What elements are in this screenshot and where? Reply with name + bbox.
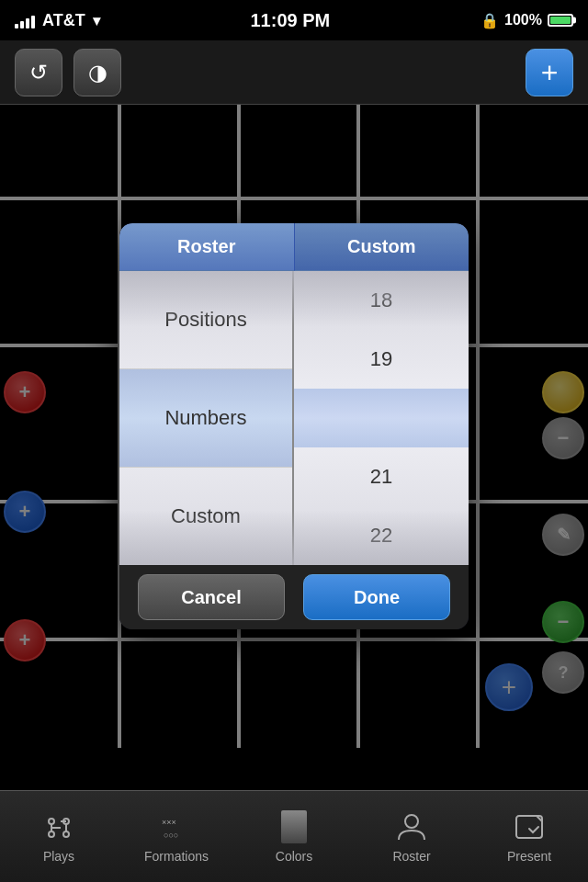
add-icon: + <box>541 58 559 87</box>
picker-option-numbers-label: Numbers <box>164 406 246 430</box>
colors-rect-icon <box>281 810 307 843</box>
tab-item-colors[interactable]: Colors <box>235 791 353 882</box>
tab-roster-label: Roster <box>392 849 430 864</box>
done-button[interactable]: Done <box>303 574 450 620</box>
picker-number-18-label: 18 <box>370 288 392 312</box>
picker-number-21-label: 21 <box>370 465 392 489</box>
tab-item-plays[interactable]: Plays <box>0 791 118 882</box>
add-button[interactable]: + <box>526 49 573 96</box>
field-area: + + + − ✎ − ? + Roster Custom <box>0 105 588 748</box>
time-display: 11:09 PM <box>251 10 331 31</box>
picker-number-20[interactable]: 20 <box>294 389 469 447</box>
roster-icon <box>393 810 430 843</box>
svg-text:×××: ××× <box>162 818 176 827</box>
cancel-button-label: Cancel <box>181 587 242 608</box>
roster-tab[interactable]: Roster <box>119 223 295 271</box>
tab-item-formations[interactable]: ××× ○○○ Formations <box>118 791 235 882</box>
picker-left-column: Positions Numbers Custom <box>119 271 294 565</box>
picker-number-19[interactable]: 19 <box>294 330 469 389</box>
battery-percent: 100% <box>504 12 542 28</box>
toolbar: ↺ ◑ + <box>0 40 588 105</box>
picker-number-19-label: 19 <box>370 347 392 371</box>
refresh-icon: ↺ <box>29 60 48 85</box>
picker-number-18[interactable]: 18 <box>294 271 469 330</box>
tab-present-label: Present <box>507 849 551 864</box>
modal-overlay: Roster Custom Positions Numbers <box>0 105 588 748</box>
contrast-icon: ◑ <box>88 60 107 85</box>
status-right: 🔒 100% <box>481 12 573 29</box>
picker-option-positions-label: Positions <box>164 308 246 332</box>
formations-icon: ××× ○○○ <box>158 810 195 843</box>
picker-right-column: 18 19 20 21 22 <box>294 271 469 565</box>
wifi-icon: ▾ <box>93 12 100 29</box>
picker-number-22-label: 22 <box>370 524 392 548</box>
status-bar: AT&T ▾ 11:09 PM 🔒 100% <box>0 0 588 40</box>
signal-bars <box>15 12 35 28</box>
picker-option-positions[interactable]: Positions <box>119 271 292 369</box>
status-left: AT&T ▾ <box>15 11 100 30</box>
picker-number-21[interactable]: 21 <box>294 447 469 506</box>
toolbar-left: ↺ ◑ <box>15 49 121 96</box>
modal-actions: Cancel Done <box>119 565 469 629</box>
contrast-button[interactable]: ◑ <box>74 49 121 96</box>
cancel-button[interactable]: Cancel <box>138 574 285 620</box>
modal-tabs: Roster Custom <box>119 223 469 271</box>
picker-option-numbers[interactable]: Numbers <box>119 369 292 468</box>
tab-plays-label: Plays <box>43 849 74 864</box>
svg-point-3 <box>63 831 69 837</box>
roster-tab-label: Roster <box>177 236 235 257</box>
carrier-label: AT&T <box>42 11 85 30</box>
refresh-button[interactable]: ↺ <box>15 49 62 96</box>
tab-formations-label: Formations <box>144 849 209 864</box>
done-button-label: Done <box>354 587 400 608</box>
picker-number-22[interactable]: 22 <box>294 506 469 565</box>
present-icon <box>511 810 548 843</box>
svg-text:○○○: ○○○ <box>164 831 178 840</box>
picker-number-20-label: 20 <box>369 405 394 431</box>
picker-body: Positions Numbers Custom 18 <box>119 271 469 565</box>
plays-icon <box>40 810 77 843</box>
svg-point-2 <box>49 831 54 837</box>
custom-tab-label: Custom <box>347 236 415 257</box>
picker-option-custom[interactable]: Custom <box>119 468 292 565</box>
svg-point-0 <box>49 819 54 824</box>
colors-icon <box>276 810 312 843</box>
tab-colors-label: Colors <box>276 849 312 864</box>
custom-tab[interactable]: Custom <box>295 223 469 271</box>
picker-modal: Roster Custom Positions Numbers <box>119 223 469 629</box>
tab-bar: Plays ××× ○○○ Formations Colors Roster <box>0 790 588 882</box>
tab-item-roster[interactable]: Roster <box>353 791 470 882</box>
lock-icon: 🔒 <box>481 12 499 29</box>
tab-item-present[interactable]: Present <box>470 791 588 882</box>
picker-option-custom-label: Custom <box>171 504 241 528</box>
svg-point-10 <box>405 815 418 828</box>
battery-icon <box>548 14 573 27</box>
